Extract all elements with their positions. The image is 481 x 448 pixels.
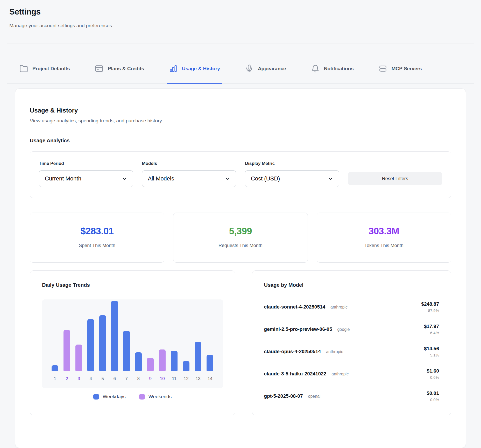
- chart-x-axis: 1234567891011121314: [42, 376, 223, 381]
- time-period-value: Current Month: [45, 175, 81, 182]
- chart-bar[interactable]: [135, 352, 142, 371]
- chart-bar[interactable]: [63, 330, 70, 371]
- model-usage-list: claude-sonnet-4-20250514 anthropic $248.…: [264, 296, 439, 407]
- settings-tab-bar: Project Defaults Plans & Credits Usage &…: [0, 44, 481, 84]
- servers-icon: [379, 64, 387, 73]
- stat-card-requests: 5,399 Requests This Month: [173, 213, 308, 263]
- chart-bars: [42, 301, 223, 371]
- chart-bar[interactable]: [87, 319, 94, 371]
- model-cost: $248.87: [421, 301, 439, 307]
- stat-value-requests: 5,399: [176, 226, 305, 237]
- model-usage-row: gpt-5-2025-08-07 openai $0.01 0.0%: [264, 385, 439, 407]
- weekends-swatch: [139, 394, 145, 400]
- model-cost: $14.56: [424, 346, 439, 352]
- legend-item-weekdays: Weekdays: [93, 394, 125, 400]
- chart-bar[interactable]: [52, 365, 58, 371]
- stat-card-spent: $283.01 Spent This Month: [30, 213, 164, 263]
- weekdays-swatch: [93, 394, 99, 400]
- daily-usage-chart: 1234567891011121314: [42, 299, 223, 388]
- tab-label: Project Defaults: [32, 66, 70, 72]
- usage-by-model-panel: Usage by Model claude-sonnet-4-20250514 …: [252, 270, 451, 415]
- filters-panel: Time Period Current Month Models All Mod…: [30, 151, 451, 198]
- display-metric-field: Display Metric Cost (USD): [245, 161, 339, 187]
- model-provider: anthropic: [331, 372, 349, 376]
- x-axis-tick: 14: [207, 376, 213, 381]
- chart-legend: Weekdays Weekends: [42, 394, 223, 400]
- chart-bar[interactable]: [147, 358, 154, 371]
- chart-bar[interactable]: [159, 349, 166, 371]
- x-axis-tick: 9: [147, 376, 154, 381]
- usage-analytics-heading: Usage Analytics: [30, 138, 451, 144]
- chart-bar[interactable]: [111, 301, 118, 371]
- legend-item-weekends: Weekends: [139, 394, 172, 400]
- folder-icon: [19, 64, 28, 73]
- chart-title: Daily Usage Trends: [42, 282, 223, 288]
- page-header: Settings Manage your account settings an…: [0, 0, 481, 29]
- display-metric-select[interactable]: Cost (USD): [245, 170, 339, 187]
- model-cost: $0.01: [427, 390, 439, 396]
- chart-bar[interactable]: [99, 315, 106, 371]
- x-axis-tick: 3: [75, 376, 82, 381]
- display-metric-label: Display Metric: [245, 161, 339, 166]
- daily-usage-trends-panel: Daily Usage Trends 1234567891011121314 W…: [30, 270, 235, 415]
- x-axis-tick: 11: [171, 376, 178, 381]
- model-name: claude-3-5-haiku-20241022: [264, 371, 327, 377]
- tab-label: Notifications: [324, 66, 354, 72]
- chart-bar[interactable]: [207, 355, 213, 371]
- models-label: Models: [142, 161, 236, 166]
- stats-row: $283.01 Spent This Month 5,399 Requests …: [30, 213, 451, 263]
- stat-value-spent: $283.01: [33, 226, 161, 237]
- x-axis-tick: 2: [63, 376, 70, 381]
- model-provider: anthropic: [326, 349, 343, 354]
- stat-card-tokens: 303.3M Tokens This Month: [317, 213, 451, 263]
- tab-mcp-servers[interactable]: MCP Servers: [379, 64, 422, 84]
- model-name: claude-sonnet-4-20250514: [264, 304, 326, 310]
- chart-bar[interactable]: [195, 342, 201, 371]
- chart-bar[interactable]: [171, 351, 178, 371]
- x-axis-tick: 7: [123, 376, 130, 381]
- bottom-panels: Daily Usage Trends 1234567891011121314 W…: [30, 270, 451, 415]
- usage-by-model-title: Usage by Model: [264, 282, 439, 288]
- credit-card-icon: [95, 64, 103, 73]
- model-provider: anthropic: [330, 305, 348, 310]
- tab-plans-credits[interactable]: Plans & Credits: [95, 64, 144, 84]
- tab-label: MCP Servers: [392, 66, 422, 72]
- tab-project-defaults[interactable]: Project Defaults: [19, 64, 70, 84]
- model-usage-row: claude-opus-4-20250514 anthropic $14.56 …: [264, 340, 439, 363]
- chevron-down-icon: [225, 176, 230, 181]
- stat-label-requests: Requests This Month: [176, 243, 305, 248]
- tab-usage-history[interactable]: Usage & History: [169, 64, 220, 84]
- time-period-select[interactable]: Current Month: [39, 170, 133, 187]
- model-name: gpt-5-2025-08-07: [264, 393, 303, 399]
- tab-label: Appearance: [258, 66, 286, 72]
- bar-chart-icon: [169, 64, 178, 73]
- legend-label: Weekends: [148, 394, 172, 400]
- usage-history-card: Usage & History View usage analytics, sp…: [15, 88, 466, 448]
- x-axis-tick: 5: [99, 376, 106, 381]
- section-title: Usage & History: [30, 107, 451, 114]
- tab-notifications[interactable]: Notifications: [311, 64, 354, 84]
- model-usage-row: gemini-2.5-pro-preview-06-05 google $17.…: [264, 318, 439, 340]
- reset-filters-button[interactable]: Reset Filters: [348, 172, 442, 185]
- tab-label: Usage & History: [182, 66, 220, 72]
- model-percent: 5.1%: [424, 353, 439, 357]
- bell-icon: [311, 64, 320, 73]
- model-provider: openai: [308, 394, 320, 399]
- model-percent: 87.9%: [421, 308, 439, 313]
- x-axis-tick: 1: [52, 376, 58, 381]
- time-period-field: Time Period Current Month: [39, 161, 133, 187]
- chart-bar[interactable]: [123, 331, 130, 371]
- page-title: Settings: [9, 7, 472, 17]
- model-usage-row: claude-sonnet-4-20250514 anthropic $248.…: [264, 296, 439, 318]
- models-field: Models All Models: [142, 161, 236, 187]
- model-usage-row: claude-3-5-haiku-20241022 anthropic $1.6…: [264, 363, 439, 385]
- chevron-down-icon: [328, 176, 333, 181]
- legend-label: Weekdays: [103, 394, 125, 400]
- section-subtitle: View usage analytics, spending trends, a…: [30, 118, 451, 124]
- tab-appearance[interactable]: Appearance: [245, 64, 286, 84]
- chart-bar[interactable]: [75, 345, 82, 371]
- x-axis-tick: 13: [195, 376, 201, 381]
- chart-bar[interactable]: [183, 361, 189, 371]
- stat-value-tokens: 303.3M: [320, 226, 448, 237]
- models-select[interactable]: All Models: [142, 170, 236, 187]
